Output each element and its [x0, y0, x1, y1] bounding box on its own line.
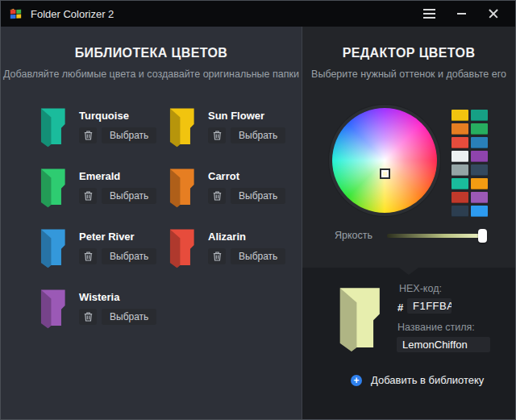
select-color-button[interactable]: Выбрать	[102, 188, 156, 204]
swatch-grid	[452, 110, 488, 217]
swatch-2980b9[interactable]	[471, 137, 488, 148]
hex-input[interactable]	[407, 298, 452, 314]
close-button[interactable]	[483, 5, 504, 23]
menu-button[interactable]	[418, 5, 439, 23]
minimize-button[interactable]	[451, 5, 472, 23]
close-icon	[489, 9, 498, 19]
folder-icon	[37, 228, 68, 272]
style-name-label: Название стиля:	[397, 322, 475, 333]
app-window: Folder Colorizer 2 БИБЛИОТЕКА ЦВЕТОВ Доб…	[0, 0, 516, 420]
title-bar: Folder Colorizer 2	[1, 1, 515, 27]
swatch-95a5a6[interactable]	[452, 164, 468, 176]
library-item: Wisteria Выбрать	[37, 289, 166, 349]
select-color-button[interactable]: Выбрать	[231, 248, 285, 264]
color-wheel-cursor[interactable]	[380, 168, 390, 179]
color-name: Wisteria	[79, 291, 156, 303]
swatch-2d9bf0[interactable]	[471, 206, 488, 217]
select-color-button[interactable]: Выбрать	[102, 248, 156, 264]
folder-icon	[37, 289, 68, 332]
folder-icon	[166, 228, 197, 272]
swatch-2c3e50[interactable]	[452, 206, 468, 217]
swatch-34495e[interactable]	[471, 164, 488, 176]
trash-icon	[213, 252, 222, 261]
plus-icon: +	[351, 375, 362, 386]
hex-label: HEX-код:	[399, 283, 442, 294]
library-item: Alizarin Выбрать	[166, 228, 295, 289]
swatch-e74c3c[interactable]	[452, 137, 468, 148]
swatch-16a085[interactable]	[471, 110, 488, 121]
add-to-library-label: Добавить в библиотеку	[371, 374, 484, 386]
brightness-label: Яркость	[335, 230, 372, 241]
preview-folder-icon	[334, 285, 384, 356]
library-item: Turquoise Выбрать	[37, 107, 166, 168]
editor-title: РЕДАКТОР ЦВЕТОВ	[302, 46, 515, 60]
select-color-button[interactable]: Выбрать	[102, 309, 156, 325]
add-to-library-button[interactable]: + Добавить в библиотеку	[351, 374, 484, 386]
swatch-8e44ad[interactable]	[471, 151, 488, 162]
editor-subtitle: Выберите нужный оттенок и добавьте его	[302, 69, 515, 80]
delete-color-button[interactable]	[208, 127, 226, 143]
section-notch	[399, 268, 418, 275]
swatch-f39c12[interactable]	[471, 178, 488, 189]
library-grid: Turquoise Выбрать	[37, 107, 295, 349]
color-name: Peter River	[79, 231, 156, 243]
swatch-27ae60[interactable]	[471, 123, 488, 135]
swatch-9b59b6[interactable]	[471, 192, 488, 203]
delete-color-button[interactable]	[79, 248, 97, 264]
trash-icon	[213, 131, 222, 140]
trash-icon	[213, 191, 222, 201]
hex-prefix: #	[397, 301, 403, 314]
swatch-f1c40f[interactable]	[452, 110, 468, 121]
select-color-button[interactable]: Выбрать	[231, 188, 285, 204]
swatch-1abc9c[interactable]	[452, 178, 468, 189]
delete-color-button[interactable]	[79, 188, 97, 204]
trash-icon	[84, 252, 93, 261]
color-name: Turquoise	[79, 110, 156, 122]
brightness-slider-track[interactable]	[387, 234, 484, 238]
folder-icon	[166, 168, 197, 211]
delete-color-button[interactable]	[208, 188, 226, 204]
delete-color-button[interactable]	[208, 248, 226, 264]
hamburger-icon	[423, 9, 435, 19]
folder-icon	[37, 107, 68, 151]
library-item: Peter River Выбрать	[37, 228, 166, 289]
editor-bottom-section: HEX-код: # Название стиля: + Добавить в …	[302, 268, 515, 419]
library-item: Sun Flower Выбрать	[166, 107, 295, 168]
color-name: Carrot	[208, 170, 285, 182]
library-panel: БИБЛИОТЕКА ЦВЕТОВ Добавляйте любимые цве…	[1, 27, 302, 419]
trash-icon	[84, 312, 93, 322]
select-color-button[interactable]: Выбрать	[102, 127, 156, 143]
color-wheel[interactable]	[332, 108, 437, 213]
style-name-input[interactable]	[397, 337, 490, 352]
color-name: Emerald	[79, 170, 156, 182]
folder-icon	[166, 107, 197, 151]
trash-icon	[84, 191, 93, 201]
delete-color-button[interactable]	[79, 309, 97, 325]
editor-panel: РЕДАКТОР ЦВЕТОВ Выберите нужный оттенок …	[302, 27, 515, 419]
app-logo-icon	[9, 8, 23, 20]
library-item: Carrot Выбрать	[166, 168, 295, 228]
library-item: Emerald Выбрать	[37, 168, 166, 228]
brightness-slider-thumb[interactable]	[478, 229, 487, 243]
minimize-icon	[457, 13, 466, 15]
color-name: Alizarin	[208, 231, 285, 243]
color-name: Sun Flower	[208, 110, 285, 122]
library-subtitle: Добавляйте любимые цвета и создавайте ор…	[1, 69, 302, 80]
library-title: БИБЛИОТЕКА ЦВЕТОВ	[1, 46, 302, 60]
delete-color-button[interactable]	[79, 127, 97, 143]
folder-icon	[37, 168, 68, 211]
swatch-c0392b[interactable]	[452, 192, 468, 203]
swatch-ecf0f1[interactable]	[452, 151, 468, 162]
select-color-button[interactable]: Выбрать	[231, 127, 285, 143]
window-title: Folder Colorizer 2	[31, 8, 114, 20]
swatch-e67e22[interactable]	[452, 123, 468, 135]
trash-icon	[84, 131, 93, 140]
